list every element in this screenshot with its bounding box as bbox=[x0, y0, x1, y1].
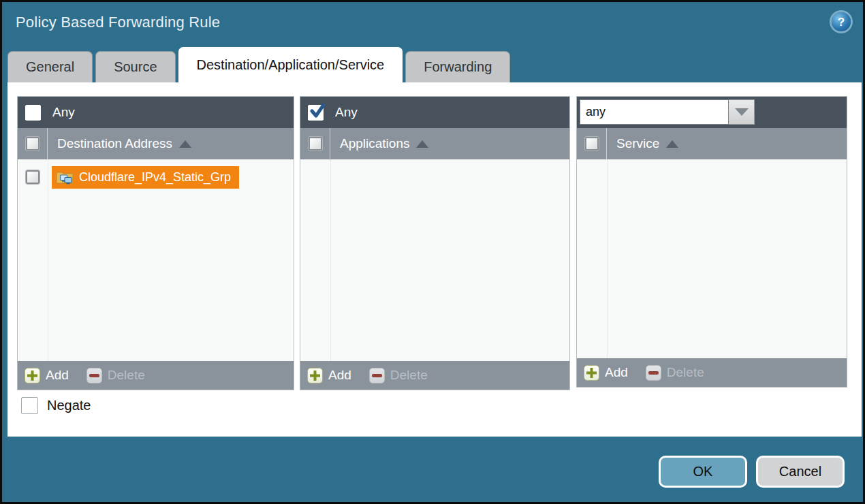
applications-column: Any Applications Add Delete bbox=[300, 96, 570, 390]
sort-ascending-icon bbox=[179, 140, 191, 148]
destination-select-all-checkbox[interactable] bbox=[26, 137, 40, 151]
add-plus-icon bbox=[584, 365, 599, 381]
service-column: any Service Add bbox=[576, 96, 847, 388]
help-icon[interactable]: ? bbox=[832, 12, 851, 31]
applications-column-header[interactable]: Applications bbox=[340, 136, 428, 151]
destination-add-button[interactable]: Add bbox=[25, 368, 69, 383]
delete-minus-icon bbox=[369, 368, 385, 383]
table-row: Cloudflare_IPv4_Static_Grp bbox=[18, 163, 294, 191]
applications-any-checkbox[interactable] bbox=[308, 105, 324, 121]
cancel-button[interactable]: Cancel bbox=[756, 456, 845, 488]
service-select-all-checkbox[interactable] bbox=[585, 137, 599, 151]
service-header-row: Service bbox=[577, 128, 847, 159]
negate-option: Negate bbox=[21, 397, 91, 414]
destination-footer: Add Delete bbox=[18, 361, 294, 390]
destination-any-label: Any bbox=[52, 105, 75, 120]
applications-delete-button[interactable]: Delete bbox=[369, 368, 428, 383]
dialog-actions: OK Cancel bbox=[659, 456, 845, 488]
tab-source[interactable]: Source bbox=[95, 51, 175, 82]
add-plus-icon bbox=[307, 368, 323, 383]
tab-general[interactable]: General bbox=[7, 51, 93, 82]
tab-destination-application-service[interactable]: Destination/Application/Service bbox=[178, 47, 403, 82]
check-icon bbox=[309, 103, 326, 119]
service-dropdown-bar: any bbox=[577, 97, 847, 128]
destination-delete-button[interactable]: Delete bbox=[86, 368, 145, 383]
tab-forwarding[interactable]: Forwarding bbox=[405, 51, 510, 82]
negate-label: Negate bbox=[47, 398, 91, 413]
content-panel: Any Destination Address bbox=[7, 82, 862, 437]
ok-button[interactable]: OK bbox=[659, 456, 747, 488]
dropdown-button[interactable] bbox=[729, 99, 755, 125]
tab-bar: General Source Destination/Application/S… bbox=[7, 47, 510, 82]
negate-checkbox[interactable] bbox=[21, 397, 38, 414]
sort-ascending-icon bbox=[666, 140, 678, 148]
destination-address-column: Any Destination Address bbox=[17, 96, 294, 390]
destination-column-header[interactable]: Destination Address bbox=[57, 136, 191, 151]
service-list bbox=[577, 159, 847, 358]
service-column-header[interactable]: Service bbox=[616, 136, 678, 151]
applications-select-all-checkbox[interactable] bbox=[309, 137, 322, 151]
applications-add-button[interactable]: Add bbox=[307, 368, 351, 383]
destination-address-item[interactable]: Cloudflare_IPv4_Static_Grp bbox=[52, 166, 239, 189]
applications-any-label: Any bbox=[335, 105, 358, 120]
destination-any-bar: Any bbox=[18, 97, 294, 128]
sort-ascending-icon bbox=[416, 140, 428, 148]
applications-footer: Add Delete bbox=[300, 361, 569, 390]
delete-minus-icon bbox=[646, 365, 661, 381]
destination-any-checkbox[interactable] bbox=[25, 105, 41, 121]
service-add-button[interactable]: Add bbox=[584, 365, 628, 381]
add-plus-icon bbox=[25, 368, 40, 383]
service-delete-button[interactable]: Delete bbox=[646, 365, 704, 381]
chevron-down-icon bbox=[735, 108, 749, 116]
service-footer: Add Delete bbox=[577, 358, 847, 387]
destination-list: Cloudflare_IPv4_Static_Grp bbox=[18, 159, 294, 361]
delete-minus-icon bbox=[86, 368, 102, 383]
applications-any-bar: Any bbox=[300, 97, 569, 128]
applications-list bbox=[300, 159, 569, 361]
page-title: Policy Based Forwarding Rule bbox=[16, 14, 220, 31]
pbf-rule-dialog: { "window": { "title": "Policy Based For… bbox=[0, 0, 865, 504]
destination-row-checkbox[interactable] bbox=[26, 170, 40, 184]
service-dropdown-value: any bbox=[580, 99, 729, 125]
service-dropdown[interactable]: any bbox=[580, 99, 755, 125]
address-item-label: Cloudflare_IPv4_Static_Grp bbox=[79, 170, 231, 185]
destination-header-row: Destination Address bbox=[18, 128, 294, 159]
applications-header-row: Applications bbox=[300, 128, 569, 159]
address-group-icon bbox=[56, 170, 74, 185]
